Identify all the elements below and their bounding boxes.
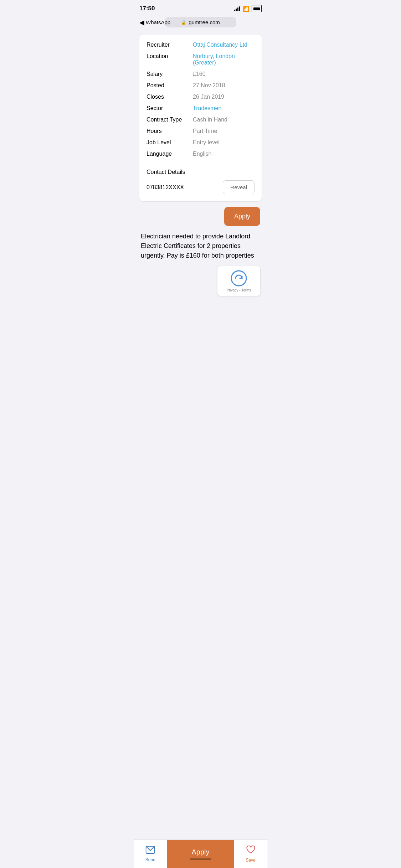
apply-top-button[interactable]: Apply [224, 207, 260, 226]
closes-label: Closes [146, 94, 193, 100]
sector-value[interactable]: Tradesmen [193, 105, 255, 112]
location-label: Location [146, 53, 193, 60]
recruiter-value[interactable]: Ottaj Consultancy Ltd [193, 42, 255, 48]
status-bar: 17:50 📶 [134, 0, 267, 16]
contact-section-title: Contact Details [146, 169, 255, 175]
phone-number: 0783812XXXX [146, 184, 184, 191]
posted-value: 27 Nov 2018 [193, 82, 255, 89]
contract-type-value: Cash in Hand [193, 117, 255, 123]
back-label: WhatsApp [146, 19, 170, 25]
job-details-card: Recruiter Ottaj Consultancy Ltd Location… [139, 35, 262, 201]
sector-row: Sector Tradesmen [146, 105, 255, 112]
recaptcha-icon [230, 270, 247, 287]
language-value: English [193, 151, 255, 157]
privacy-link[interactable]: Privacy [227, 288, 238, 292]
location-value[interactable]: Norbury, London (Greater) [193, 53, 255, 66]
status-icons: 📶 [234, 5, 262, 12]
contract-type-label: Contract Type [146, 117, 193, 123]
job-level-label: Job Level [146, 139, 193, 146]
closes-row: Closes 26 Jan 2019 [146, 94, 255, 100]
salary-row: Salary £160 [146, 71, 255, 77]
battery-icon [252, 5, 262, 12]
closes-value: 26 Jan 2019 [193, 94, 255, 100]
language-label: Language [146, 151, 193, 157]
salary-value: £160 [193, 71, 255, 77]
terms-link[interactable]: Terms [241, 288, 251, 292]
hours-row: Hours Part Time [146, 128, 255, 134]
signal-icon [234, 6, 240, 11]
main-content: Recruiter Ottaj Consultancy Ltd Location… [134, 30, 267, 338]
recaptcha-links: Privacy - Terms [227, 288, 251, 292]
recaptcha-box: Privacy - Terms [217, 266, 260, 296]
job-description-text: Electrician needed to provide Landlord E… [141, 232, 260, 260]
recaptcha-container: Privacy - Terms [139, 266, 262, 296]
recaptcha-separator: - [238, 288, 241, 292]
job-level-value: Entry level [193, 139, 255, 146]
back-button[interactable]: ◀ WhatsApp [139, 19, 170, 26]
hours-label: Hours [146, 128, 193, 134]
job-description-section: Electrician needed to provide Landlord E… [139, 232, 262, 260]
apply-top-container: Apply [139, 207, 262, 226]
wifi-icon: 📶 [242, 5, 250, 12]
contact-row: 0783812XXXX Reveal [146, 180, 255, 194]
url-bar[interactable]: 🔒 gumtree.com [165, 17, 236, 27]
location-row: Location Norbury, London (Greater) [146, 53, 255, 66]
hours-value: Part Time [193, 128, 255, 134]
language-row: Language English [146, 151, 255, 157]
recruiter-row: Recruiter Ottaj Consultancy Ltd [146, 42, 255, 48]
back-arrow-icon: ◀ [139, 19, 144, 26]
sector-label: Sector [146, 105, 193, 112]
bottom-spacer [139, 301, 262, 334]
nav-bar: ◀ WhatsApp 🔒 gumtree.com [134, 16, 267, 30]
job-level-row: Job Level Entry level [146, 139, 255, 146]
status-time: 17:50 [139, 5, 155, 12]
url-text: gumtree.com [189, 19, 220, 25]
divider [146, 163, 255, 163]
recruiter-label: Recruiter [146, 42, 193, 48]
posted-label: Posted [146, 82, 193, 89]
contract-type-row: Contract Type Cash in Hand [146, 117, 255, 123]
svg-point-0 [231, 271, 246, 286]
salary-label: Salary [146, 71, 193, 77]
posted-row: Posted 27 Nov 2018 [146, 82, 255, 89]
lock-icon: 🔒 [181, 20, 186, 25]
reveal-button[interactable]: Reveal [223, 180, 255, 194]
